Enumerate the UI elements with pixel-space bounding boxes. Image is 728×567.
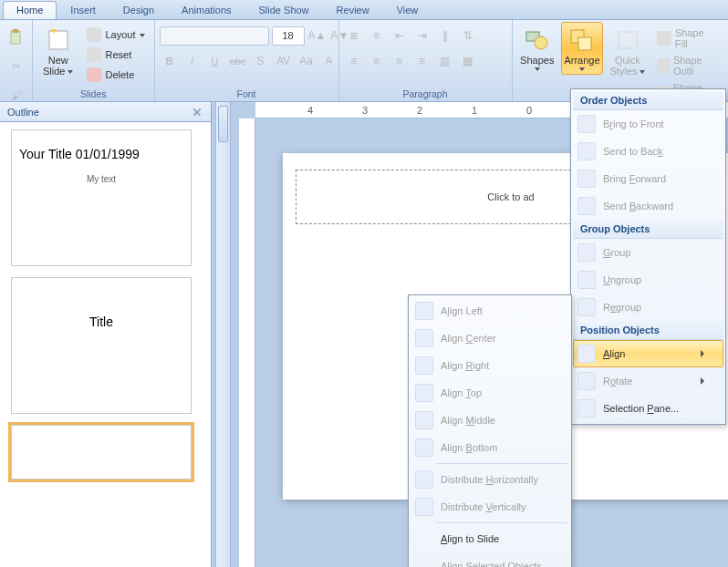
ribbon-tabs: Home Insert Design Animations Slide Show… (0, 0, 728, 20)
tab-insert[interactable]: Insert (57, 1, 109, 19)
text-direction-button[interactable]: ⇅ (458, 26, 478, 46)
menu-item-bring-to-front: Bring to Front (573, 110, 723, 138)
outline-tab-label: Outline (7, 107, 39, 118)
tab-home[interactable]: Home (3, 1, 57, 19)
bold-button[interactable]: B (160, 51, 180, 71)
group-clipboard: ✂ 🖌 (0, 20, 33, 101)
slide-thumb-3[interactable] (11, 425, 192, 479)
menu-item-icon (577, 170, 596, 188)
grow-font-button[interactable]: A▲ (307, 26, 328, 46)
chevron-down-icon (579, 67, 585, 71)
ruler-tick: 1 (447, 105, 502, 116)
menu-item-icon (415, 302, 433, 320)
chevron-right-icon (701, 377, 704, 385)
menu-item-icon (415, 411, 433, 429)
chevron-right-icon (701, 350, 704, 357)
new-label-bot: Slide (43, 66, 65, 77)
delete-button[interactable]: Delete (82, 66, 149, 84)
delete-label: Delete (105, 69, 134, 80)
menu-item-icon (577, 345, 596, 363)
shadow-button[interactable]: S (251, 51, 271, 71)
menu-item-icon (577, 243, 596, 262)
shape-outline-label: Shape Outli (673, 55, 719, 77)
thumb-title: Your Title 01/01/1999 (19, 147, 183, 161)
char-spacing-button[interactable]: AV (274, 51, 294, 71)
menu-separator (436, 522, 567, 523)
shapes-button[interactable]: Shapes (517, 22, 557, 75)
layout-button[interactable]: Layout (82, 26, 149, 44)
columns-button[interactable]: ▥ (435, 51, 455, 71)
ruler-tick: 0 (502, 105, 556, 116)
menu-item-selection-pane-[interactable]: Selection Pane... (573, 395, 723, 422)
paste-icon[interactable] (6, 27, 26, 47)
quick-label-top: Quick (615, 55, 640, 66)
slide-thumb-1[interactable]: Your Title 01/01/1999 My text (11, 129, 192, 266)
numbering-button[interactable]: ≡ (367, 26, 387, 46)
ruler-tick: 3 (338, 105, 392, 116)
tab-animations[interactable]: Animations (168, 1, 244, 19)
menu-item-icon (577, 372, 596, 390)
new-label-top: New (48, 55, 68, 66)
arrange-button[interactable]: Arrange (561, 22, 603, 75)
decrease-indent-button[interactable]: ⇤ (390, 26, 410, 46)
tab-slideshow[interactable]: Slide Show (245, 1, 323, 19)
shape-outline-button[interactable]: Shape Outli (652, 53, 723, 78)
tab-design[interactable]: Design (109, 1, 168, 19)
menu-item-align-center: Align Center (411, 325, 569, 352)
bullets-button[interactable]: ≣ (344, 26, 364, 46)
ruler-tick: 2 (392, 105, 447, 116)
align-center-button[interactable]: ≡ (367, 51, 387, 71)
menu-item-icon (577, 115, 596, 133)
menu-item-icon (415, 438, 433, 457)
svg-rect-0 (11, 31, 20, 44)
menu-item-icon (415, 470, 433, 489)
justify-button[interactable]: ≡ (412, 51, 432, 71)
arrange-label: Arrange (564, 55, 599, 66)
menu-item-icon (415, 498, 433, 516)
font-size-combo[interactable]: 18 (272, 26, 305, 46)
slide-thumb-2[interactable]: Title (11, 277, 192, 414)
menu-item-ungroup: Ungroup (573, 266, 723, 294)
reset-label: Reset (105, 49, 131, 60)
change-case-button[interactable]: Aa (296, 51, 317, 71)
svg-rect-2 (49, 31, 68, 49)
align-submenu: Align LeftAlign CenterAlign RightAlign T… (408, 294, 572, 567)
tab-review[interactable]: Review (323, 1, 383, 19)
close-icon[interactable] (191, 106, 203, 119)
menu-item-send-backward: Send Backward (573, 192, 723, 220)
tab-view[interactable]: View (383, 1, 432, 19)
title-placeholder-text: Click to ad (487, 191, 534, 202)
menu-item-distribute-horizontally: Distribute Horizontally (411, 466, 569, 493)
align-right-button[interactable]: ≡ (390, 51, 410, 71)
smartart-button[interactable]: ▦ (458, 51, 478, 71)
outline-tab[interactable]: Outline (0, 102, 211, 122)
reset-button[interactable]: Reset (82, 46, 149, 64)
scrollbar-thumb[interactable] (218, 106, 228, 142)
chevron-down-icon (640, 70, 645, 74)
new-slide-button[interactable]: New Slide (37, 22, 78, 80)
thumbnail-list[interactable]: Your Title 01/01/1999 My text Title (0, 122, 211, 567)
menu-item-bring-forward: Bring Forward (573, 165, 723, 192)
align-left-button[interactable]: ≡ (344, 51, 364, 71)
svg-rect-7 (619, 32, 637, 48)
underline-button[interactable]: U (205, 51, 225, 71)
quick-styles-button[interactable]: Quick Styles (607, 22, 649, 80)
quick-styles-icon (613, 26, 642, 55)
italic-button[interactable]: I (182, 51, 203, 71)
svg-point-4 (535, 36, 547, 49)
shape-fill-button[interactable]: Shape Fill (652, 26, 723, 51)
font-color-button[interactable]: A (319, 51, 339, 71)
font-family-combo[interactable] (160, 26, 269, 46)
font-size-value: 18 (282, 30, 293, 41)
line-spacing-button[interactable]: ‖ (435, 26, 455, 46)
strike-button[interactable]: abc (228, 51, 248, 71)
outline-scrollbar[interactable] (215, 102, 231, 567)
group-title-slides: Slides (37, 87, 150, 101)
shapes-label: Shapes (520, 55, 554, 66)
shape-fill-icon (657, 31, 671, 46)
menu-item-align-to-slide[interactable]: Align to Slide (411, 525, 569, 552)
menu-item-align[interactable]: Align (573, 340, 723, 367)
menu-item-align-bottom: Align Bottom (411, 434, 569, 461)
cut-button[interactable]: ✂ (6, 57, 26, 77)
increase-indent-button[interactable]: ⇥ (412, 26, 432, 46)
